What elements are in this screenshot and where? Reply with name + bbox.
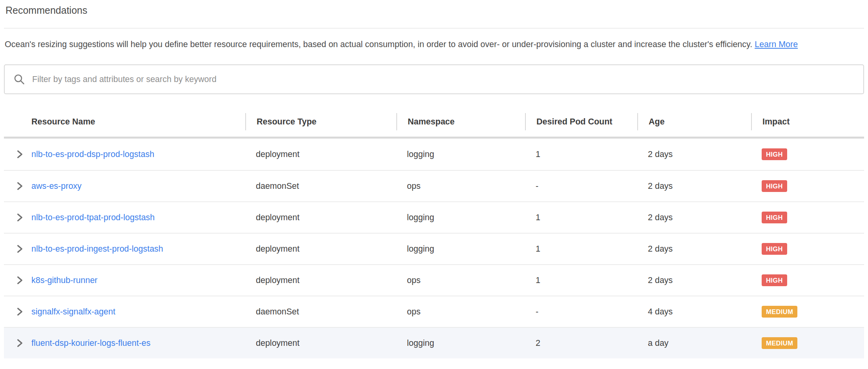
table-row[interactable]: nlb-to-es-prod-dsp-prod-logstash deploym… <box>4 139 864 170</box>
resource-name-cell: aws-es-proxy <box>4 181 245 191</box>
page-description: Ocean's resizing suggestions will help y… <box>4 37 853 52</box>
resource-type-cell: daemonSet <box>245 181 396 191</box>
description-text: Ocean's resizing suggestions will help y… <box>5 40 752 49</box>
impact-badge: HIGH <box>762 274 787 286</box>
resource-name-link[interactable]: nlb-to-es-prod-dsp-prod-logstash <box>31 150 154 159</box>
impact-cell: HIGH <box>751 274 864 286</box>
resource-name-link[interactable]: fluent-dsp-kourier-logs-fluent-es <box>31 338 151 348</box>
resource-name-cell: k8s-github-runner <box>4 276 245 285</box>
resource-type-cell: deployment <box>245 213 396 223</box>
impact-badge: HIGH <box>762 243 787 255</box>
resource-type-cell: deployment <box>245 276 396 285</box>
age-cell: 4 days <box>637 307 751 317</box>
column-header-resource-type[interactable]: Resource Type <box>245 113 396 130</box>
namespace-cell: logging <box>396 150 525 159</box>
recommendations-page: Recommendations Ocean's resizing suggest… <box>0 0 868 358</box>
age-cell: 2 days <box>637 276 751 285</box>
resource-name-cell: signalfx-signalfx-agent <box>4 307 245 317</box>
pod-count-cell: - <box>525 307 637 317</box>
search-icon <box>13 73 25 85</box>
table-header: Resource Name Resource Type Namespace De… <box>4 107 864 139</box>
expand-chevron-icon[interactable] <box>16 182 24 190</box>
resource-name-link[interactable]: nlb-to-es-prod-ingest-prod-logstash <box>31 244 163 254</box>
impact-badge: HIGH <box>762 180 787 192</box>
age-cell: 2 days <box>637 213 751 223</box>
expand-chevron-icon[interactable] <box>16 308 24 316</box>
column-header-namespace[interactable]: Namespace <box>396 113 525 130</box>
resource-type-cell: deployment <box>245 244 396 254</box>
age-cell: 2 days <box>637 181 751 191</box>
resource-type-cell: deployment <box>245 338 396 348</box>
resource-name-cell: nlb-to-es-prod-ingest-prod-logstash <box>4 244 245 254</box>
namespace-cell: ops <box>396 307 525 317</box>
resource-name-link[interactable]: aws-es-proxy <box>31 181 82 191</box>
page-title: Recommendations <box>4 4 864 16</box>
impact-cell: HIGH <box>751 180 864 192</box>
expand-chevron-icon[interactable] <box>16 276 24 284</box>
pod-count-cell: 2 <box>525 338 637 348</box>
resource-type-cell: daemonSet <box>245 307 396 317</box>
recommendations-table: Resource Name Resource Type Namespace De… <box>4 107 864 358</box>
resource-name-link[interactable]: nlb-to-es-prod-tpat-prod-logstash <box>31 213 155 223</box>
table-row[interactable]: k8s-github-runner deployment ops 1 2 day… <box>4 264 864 296</box>
pod-count-cell: 1 <box>525 150 637 159</box>
age-cell: a day <box>637 338 751 348</box>
impact-cell: HIGH <box>751 148 864 160</box>
table-row[interactable]: nlb-to-es-prod-tpat-prod-logstash deploy… <box>4 201 864 233</box>
impact-badge: MEDIUM <box>762 306 797 318</box>
impact-cell: HIGH <box>751 212 864 223</box>
resource-name-cell: nlb-to-es-prod-tpat-prod-logstash <box>4 213 245 223</box>
column-header-resource-name[interactable]: Resource Name <box>4 113 245 130</box>
namespace-cell: logging <box>396 338 525 348</box>
column-header-impact[interactable]: Impact <box>751 113 864 130</box>
impact-cell: MEDIUM <box>751 306 864 318</box>
pod-count-cell: 1 <box>525 276 637 285</box>
age-cell: 2 days <box>637 244 751 254</box>
table-row[interactable]: aws-es-proxy daemonSet ops - 2 days HIGH <box>4 170 864 201</box>
table-row[interactable]: fluent-dsp-kourier-logs-fluent-es deploy… <box>4 327 864 358</box>
pod-count-cell: 1 <box>525 244 637 254</box>
expand-chevron-icon[interactable] <box>16 245 24 253</box>
learn-more-link[interactable]: Learn More <box>755 40 798 49</box>
search-input[interactable] <box>32 75 855 84</box>
resource-name-cell: nlb-to-es-prod-dsp-prod-logstash <box>4 150 245 159</box>
namespace-cell: logging <box>396 244 525 254</box>
resource-name-link[interactable]: k8s-github-runner <box>31 276 98 285</box>
expand-chevron-icon[interactable] <box>16 339 24 347</box>
namespace-cell: logging <box>396 213 525 223</box>
table-row[interactable]: nlb-to-es-prod-ingest-prod-logstash depl… <box>4 233 864 264</box>
impact-badge: MEDIUM <box>762 337 797 349</box>
expand-chevron-icon[interactable] <box>16 214 24 221</box>
impact-badge: HIGH <box>762 148 787 160</box>
impact-cell: MEDIUM <box>751 337 864 349</box>
resource-type-cell: deployment <box>245 150 396 159</box>
search-box[interactable] <box>4 64 864 94</box>
resource-name-link[interactable]: signalfx-signalfx-agent <box>31 307 115 317</box>
expand-chevron-icon[interactable] <box>16 150 24 158</box>
pod-count-cell: - <box>525 181 637 191</box>
namespace-cell: ops <box>396 276 525 285</box>
namespace-cell: ops <box>396 181 525 191</box>
impact-cell: HIGH <box>751 243 864 255</box>
table-row[interactable]: signalfx-signalfx-agent daemonSet ops - … <box>4 296 864 327</box>
age-cell: 2 days <box>637 150 751 159</box>
column-header-age[interactable]: Age <box>637 113 751 130</box>
title-divider <box>4 28 864 29</box>
pod-count-cell: 1 <box>525 213 637 223</box>
impact-badge: HIGH <box>762 212 787 223</box>
resource-name-cell: fluent-dsp-kourier-logs-fluent-es <box>4 338 245 348</box>
column-header-desired-pod-count[interactable]: Desired Pod Count <box>525 113 637 130</box>
